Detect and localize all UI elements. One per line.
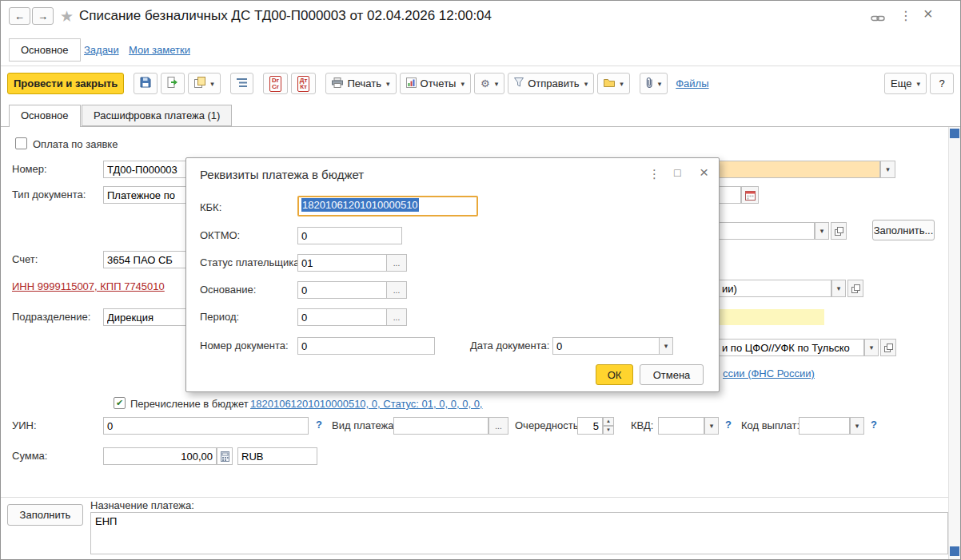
basis-select-button[interactable]: ...	[386, 281, 407, 299]
window-menu-icon[interactable]: ⋮	[899, 8, 912, 23]
currency-input[interactable]	[237, 447, 317, 465]
window-close-icon[interactable]: ×	[923, 5, 933, 23]
files-link[interactable]: Файлы	[676, 77, 708, 89]
dialog-cancel-button[interactable]: Отмена	[640, 364, 704, 385]
budget-details-link[interactable]: 18201061201010000510, 0, Статус: 01, 0, …	[250, 398, 482, 410]
period-select-button[interactable]: ...	[386, 308, 407, 326]
app-window: ← → ★ Списание безналичных ДС ТД00-П0000…	[0, 0, 961, 560]
print-button[interactable]: Печать ▾	[325, 73, 396, 94]
reports-button[interactable]: Отчеты ▾	[400, 73, 471, 94]
oktmo-input[interactable]	[297, 227, 402, 244]
payout-code-help-icon[interactable]: ?	[871, 419, 877, 431]
more-button[interactable]: Еще ▾	[884, 73, 927, 94]
account-input[interactable]	[103, 251, 186, 268]
save-icon	[140, 77, 151, 90]
treasury-combo[interactable]	[718, 339, 864, 356]
post-and-close-button[interactable]: Провести и закрыть	[7, 73, 124, 94]
settings-button[interactable]: ⚙ ▾	[474, 73, 504, 94]
calculator-button[interactable]	[217, 447, 233, 465]
contractor-dropdown-button[interactable]: ▾	[815, 222, 829, 240]
payment-by-request-checkbox[interactable]	[15, 137, 27, 149]
nav-link-notes[interactable]: Мои заметки	[129, 44, 190, 56]
number-input[interactable]	[103, 161, 186, 178]
paperclip-icon	[646, 77, 653, 90]
help-button[interactable]: ?	[930, 73, 954, 94]
save-and-post-button[interactable]	[161, 73, 185, 94]
organization-dropdown-button[interactable]: ▾	[831, 280, 846, 297]
highlighted-field[interactable]	[718, 309, 824, 325]
department-input[interactable]	[103, 308, 186, 326]
basis-input[interactable]	[297, 281, 387, 299]
kvd-help-icon[interactable]: ?	[725, 419, 732, 431]
doc-date-input[interactable]	[552, 337, 660, 355]
register-drcr-button[interactable]: DrCr	[263, 73, 288, 94]
dropdown-icon: ▾	[495, 80, 499, 88]
payer-status-input[interactable]	[297, 254, 387, 272]
vertical-scrollbar[interactable]	[948, 127, 961, 559]
fill-purpose-button[interactable]: Заполнить	[7, 504, 83, 526]
purpose-label: Назначение платежа:	[90, 499, 194, 511]
priority-input[interactable]	[577, 417, 603, 435]
organization-combo[interactable]	[718, 280, 831, 297]
doc-type-label: Тип документа:	[12, 189, 86, 201]
organization-open-button[interactable]	[847, 280, 863, 297]
period-input[interactable]	[297, 308, 387, 326]
edo-button[interactable]: ▾	[597, 73, 630, 94]
fill-right-button[interactable]: Заполнить...	[872, 220, 935, 240]
create-based-on-button[interactable]: ▾	[188, 73, 221, 94]
spin-up-icon[interactable]: ▲	[603, 417, 614, 426]
priority-stepper[interactable]: ▲ ▼	[603, 417, 614, 435]
payer-status-select-button[interactable]: ...	[386, 254, 407, 272]
amount-input[interactable]	[103, 447, 217, 465]
spin-down-icon[interactable]: ▼	[603, 426, 614, 435]
dialog-menu-icon[interactable]: ⋮	[648, 167, 660, 181]
tab-payment-decode[interactable]: Расшифровка платежа (1)	[82, 105, 232, 126]
payout-code-dropdown-button[interactable]: ▾	[850, 417, 864, 435]
back-button[interactable]: ←	[9, 7, 30, 25]
forward-icon: →	[38, 10, 48, 22]
dropdown-icon: ▾	[916, 80, 920, 88]
contractor-open-button[interactable]	[831, 222, 847, 240]
purpose-textarea[interactable]: ЕНП	[90, 512, 948, 554]
budget-transfer-checkbox[interactable]: ✔	[114, 397, 126, 409]
forward-button[interactable]: →	[32, 7, 54, 25]
kvd-combo[interactable]	[658, 417, 704, 435]
treasury-dropdown-button[interactable]: ▾	[864, 339, 879, 356]
uin-input[interactable]	[103, 417, 309, 435]
tab-main[interactable]: Основное	[9, 105, 81, 127]
get-link-icon[interactable]	[871, 11, 885, 26]
favorite-star-icon[interactable]: ★	[60, 7, 74, 26]
dialog-maximize-icon[interactable]: □	[674, 166, 680, 179]
scroll-up-button[interactable]	[950, 129, 959, 138]
dialog-ok-button[interactable]: ОК	[596, 364, 633, 385]
dropdown-icon: ▾	[664, 342, 668, 350]
attachments-button[interactable]: ▾	[640, 73, 668, 94]
structure-list-button[interactable]	[230, 73, 253, 94]
funnel-icon	[514, 77, 524, 89]
scroll-down-button[interactable]	[950, 546, 959, 556]
save-button[interactable]	[134, 73, 158, 94]
kbk-label: КБК:	[200, 201, 221, 213]
payment-kind-input[interactable]	[393, 417, 488, 435]
doc-number-input[interactable]	[297, 337, 435, 355]
doc-type-input[interactable]	[103, 186, 186, 204]
doc-date-dropdown-button[interactable]: ▾	[659, 337, 673, 355]
send-button[interactable]: Отправить ▾	[508, 73, 594, 94]
payout-code-combo[interactable]	[799, 417, 850, 435]
inn-kpp-link[interactable]: ИНН 9999115007, КПП 7745010	[12, 280, 165, 292]
uin-help-icon[interactable]: ?	[316, 419, 322, 431]
kvd-dropdown-button[interactable]: ▾	[704, 417, 719, 435]
treasury-open-button[interactable]	[880, 339, 896, 356]
nav-tab-main[interactable]: Основное	[9, 38, 81, 62]
send-label: Отправить	[528, 77, 579, 89]
nav-link-tasks[interactable]: Задачи	[84, 44, 119, 56]
payment-kind-select-button[interactable]: ...	[488, 417, 508, 435]
dialog-close-icon[interactable]: ×	[700, 164, 708, 181]
kbk-selected-text: 18201061201010000510	[301, 198, 419, 212]
register-dtkt-button[interactable]: ДтКт	[291, 73, 317, 94]
calendar-button[interactable]	[741, 186, 759, 204]
dialog-title: Реквизиты платежа в бюджет	[200, 168, 364, 181]
operation-kind-dropdown-button[interactable]: ▾	[880, 161, 895, 178]
kbk-input[interactable]: 18201061201010000510	[297, 196, 478, 216]
fns-link[interactable]: ссии (ФНС России)	[723, 367, 815, 379]
